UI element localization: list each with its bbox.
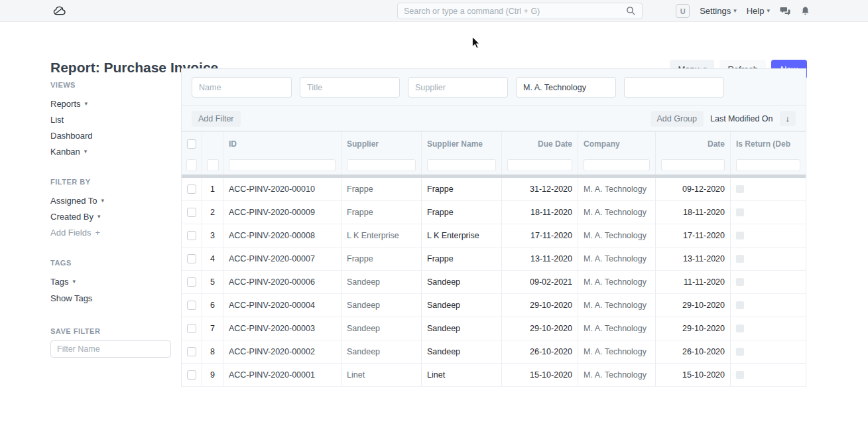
cell-due-date: 29-10-2020 <box>502 317 578 340</box>
cell-supplier-name: Linet <box>422 364 502 386</box>
chevron-down-icon: ▾ <box>101 198 105 204</box>
column-filter-company[interactable] <box>584 159 650 171</box>
sidebar-item-kanban[interactable]: Kanban ▾ <box>50 143 176 159</box>
column-filter-supplier[interactable] <box>347 159 416 171</box>
cell-id: ACC-PINV-2020-00009 <box>223 201 341 224</box>
cell-company: M. A. Technology <box>578 271 656 293</box>
cell-is-return <box>731 178 806 200</box>
row-checkbox[interactable] <box>187 347 196 356</box>
row-checkbox[interactable] <box>187 208 196 217</box>
cell-company: M. A. Technology <box>578 178 656 200</box>
sidebar-item-reports[interactable]: Reports ▾ <box>50 96 176 111</box>
cell-is-return <box>731 317 806 340</box>
column-filter-date[interactable] <box>661 159 725 171</box>
settings-menu[interactable]: Settings ▾ <box>700 6 737 16</box>
sidebar-item-list[interactable]: List <box>50 111 176 127</box>
cell-supplier: Linet <box>341 364 422 386</box>
help-menu[interactable]: Help ▾ <box>747 6 770 16</box>
column-header-index[interactable] <box>202 132 223 156</box>
cell-is-return <box>731 224 806 247</box>
cell-id: ACC-PINV-2020-00004 <box>223 294 341 317</box>
sidebar-item-show-tags[interactable]: Show Tags <box>50 289 176 307</box>
chat-icon[interactable] <box>780 6 790 17</box>
filter-panel: Add Filter Add Group Last Modified On ↓ <box>181 68 806 131</box>
cell-id: ACC-PINV-2020-00003 <box>223 317 341 340</box>
cell-is-return <box>731 364 806 386</box>
column-header-supplier[interactable]: Supplier <box>341 132 422 156</box>
is-return-checkbox-disabled <box>736 301 744 309</box>
column-header-is-return[interactable]: Is Return (Deb <box>731 132 806 156</box>
app-logo-icon[interactable] <box>52 3 67 19</box>
row-checkbox[interactable] <box>187 184 196 194</box>
filter-name-input[interactable] <box>50 340 171 358</box>
table-row[interactable]: 1 ACC-PINV-2020-00010 Frappe Frappe 31-1… <box>182 178 806 201</box>
column-filter-id[interactable] <box>229 159 336 171</box>
row-checkbox[interactable] <box>187 231 196 240</box>
table-row[interactable]: 7 ACC-PINV-2020-00003 Sandeep Sandeep 29… <box>182 317 806 340</box>
row-checkbox[interactable] <box>187 254 196 263</box>
quick-filter-extra[interactable] <box>624 77 724 98</box>
cell-id: ACC-PINV-2020-00010 <box>223 178 341 200</box>
column-header-date[interactable]: Date <box>656 132 731 156</box>
table-row[interactable]: 3 ACC-PINV-2020-00008 L K Enterprise L K… <box>182 224 806 248</box>
sidebar-item-assigned-to[interactable]: Assigned To ▾ <box>50 192 176 208</box>
notifications-bell-icon[interactable] <box>800 6 811 17</box>
global-search-input[interactable] <box>404 7 626 16</box>
is-return-checkbox-disabled <box>736 325 744 332</box>
sidebar-item-tags[interactable]: Tags ▾ <box>50 273 176 289</box>
quick-filter-company[interactable] <box>516 77 616 98</box>
row-checkbox[interactable] <box>187 370 196 380</box>
quick-filter-name[interactable] <box>192 77 292 98</box>
table-row[interactable]: 4 ACC-PINV-2020-00007 Frappe Frappe 13-1… <box>182 248 806 271</box>
cell-is-return <box>731 340 806 363</box>
table-row[interactable]: 5 ACC-PINV-2020-00006 Sandeep Sandeep 09… <box>182 271 806 294</box>
cell-supplier: Frappe <box>341 201 422 224</box>
row-checkbox[interactable] <box>187 301 196 310</box>
column-filter-supplier-name[interactable] <box>427 159 496 171</box>
row-select-cell <box>182 224 202 247</box>
column-header-due-date[interactable]: Due Date <box>502 132 578 156</box>
row-select-cell <box>182 364 202 386</box>
sort-direction-button[interactable]: ↓ <box>780 111 796 126</box>
table-row[interactable]: 8 ACC-PINV-2020-00002 Sandeep Sandeep 26… <box>182 340 806 364</box>
global-search <box>397 3 643 19</box>
column-header-company[interactable]: Company <box>578 132 656 156</box>
column-header-supplier-name[interactable]: Supplier Name <box>422 132 502 156</box>
sort-by-field[interactable]: Last Modified On <box>710 114 773 123</box>
cell-company: M. A. Technology <box>578 248 656 270</box>
cell-company: M. A. Technology <box>578 224 656 247</box>
filter-box-select[interactable] <box>186 159 197 171</box>
quick-filter-supplier[interactable] <box>408 77 508 98</box>
filter-box-index[interactable] <box>207 159 219 171</box>
sidebar-item-created-by[interactable]: Created By ▾ <box>50 208 176 224</box>
cell-id: ACC-PINV-2020-00006 <box>223 271 341 293</box>
table-row[interactable]: 9 ACC-PINV-2020-00001 Linet Linet 15-10-… <box>182 364 806 387</box>
row-checkbox[interactable] <box>187 277 196 287</box>
cell-supplier: Sandeep <box>341 271 422 293</box>
table-row[interactable]: 2 ACC-PINV-2020-00009 Frappe Frappe 18-1… <box>182 201 806 224</box>
column-filter-is-return[interactable] <box>736 159 800 171</box>
views-heading: VIEWS <box>50 81 176 89</box>
report-table: ID Supplier Supplier Name Due Date Compa… <box>181 131 806 387</box>
row-index: 6 <box>202 294 223 317</box>
quick-filters-row <box>182 69 806 106</box>
table-row[interactable]: 6 ACC-PINV-2020-00004 Sandeep Sandeep 29… <box>182 294 806 317</box>
column-header-id[interactable]: ID <box>223 132 341 156</box>
is-return-checkbox-disabled <box>736 348 744 356</box>
user-avatar[interactable]: U <box>676 4 690 18</box>
dashboard-label: Dashboard <box>50 131 93 141</box>
chevron-down-icon: ▾ <box>85 101 88 107</box>
add-filter-button[interactable]: Add Filter <box>192 111 241 127</box>
tags-heading: TAGS <box>50 259 176 267</box>
row-checkbox[interactable] <box>187 324 196 333</box>
cell-due-date: 15-10-2020 <box>502 364 578 386</box>
quick-filter-title[interactable] <box>300 77 400 98</box>
row-index: 2 <box>202 201 223 224</box>
sidebar-item-dashboard[interactable]: Dashboard <box>50 127 176 143</box>
column-filter-due-date[interactable] <box>507 159 572 171</box>
sidebar-item-add-fields[interactable]: Add Fields + <box>50 224 176 240</box>
select-all-checkbox[interactable] <box>187 139 196 149</box>
add-group-button[interactable]: Add Group <box>651 111 704 127</box>
is-return-checkbox-disabled <box>736 255 744 263</box>
cell-date: 18-11-2020 <box>656 201 731 224</box>
